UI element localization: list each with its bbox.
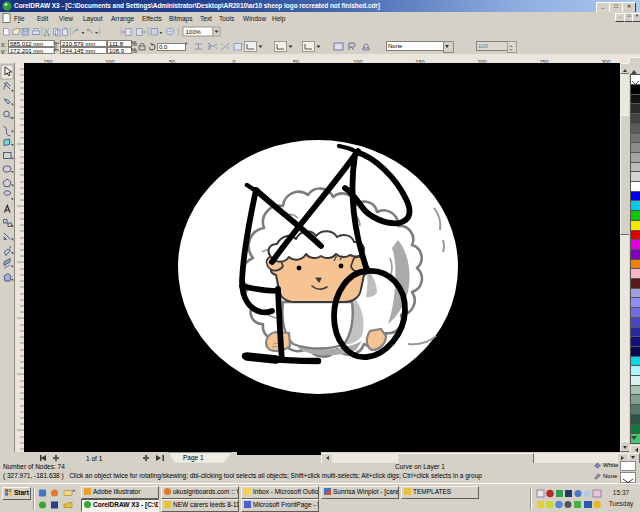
svg-text:1 of 1: 1 of 1 xyxy=(86,455,103,462)
svg-text:100%: 100% xyxy=(186,29,202,35)
